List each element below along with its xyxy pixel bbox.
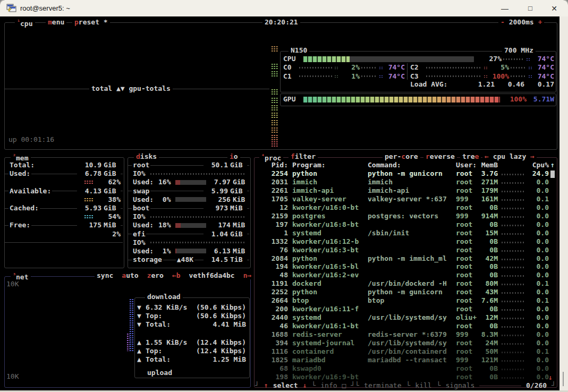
minimize-button[interactable]: — xyxy=(497,2,513,15)
sort-prev-arrow[interactable]: ← xyxy=(485,152,489,160)
iface-prev-button[interactable]: ←b xyxy=(172,272,181,279)
cpu-graph-mode-label[interactable]: total ▲▼ gpu-totals xyxy=(89,85,173,92)
select-label[interactable]: select xyxy=(273,382,298,389)
proc-memb: 3.7G xyxy=(470,170,498,177)
proc-row[interactable]: 68kswapd0root0B0.0 xyxy=(254,365,555,373)
proc-row[interactable]: 1705valkey-servervalkey-server *:6379991… xyxy=(254,195,555,204)
iface-next-button[interactable]: n→ xyxy=(243,272,252,279)
mem-percent-row: 38% xyxy=(5,195,123,204)
tree-toggle[interactable]: tree xyxy=(460,153,481,160)
proc-row[interactable]: 2440systemd/usr/lib/systemd/syoliu+12M0.… xyxy=(254,314,555,322)
proc-memb: 121M xyxy=(470,356,498,364)
title-bar[interactable]: root@server5: ~ — □ ✕ xyxy=(0,0,568,17)
interval-plus-button[interactable]: + xyxy=(538,18,542,26)
disk-io-label: IO% xyxy=(132,239,146,246)
preset-button[interactable]: preset * xyxy=(72,19,110,26)
mem-stats-list: Total:10.9GiBUsed:6.78GiB62%Available:4.… xyxy=(5,161,123,238)
mem-stat-row: Free:175MiB xyxy=(5,221,123,229)
col-pid[interactable]: Pid: xyxy=(259,161,288,169)
proc-row[interactable]: 1systemd/sbin/initroot15M0.0 xyxy=(254,229,555,238)
proc-row[interactable]: 2254pythonpython -m gunicornroot3.7G24.9 xyxy=(254,170,555,178)
net-zero-button[interactable]: zero xyxy=(147,272,164,279)
cpu-box-title[interactable]: ¹cpu xyxy=(15,19,35,28)
sort-next-arrow[interactable]: → xyxy=(530,152,535,160)
proc-row[interactable]: 1825mariadbdmariadbd --transact999121M0.… xyxy=(254,356,555,365)
proc-pid: 1191 xyxy=(259,280,288,287)
scroll-down-icon[interactable]: ↓ xyxy=(548,374,553,381)
upload-stat-label: Total: xyxy=(146,356,171,363)
proc-row[interactable]: 1191dockerd/usr/bin/dockerd -Hroot80M0.1 xyxy=(254,280,555,288)
proc-row[interactable]: 76kworker/u16:3-btroot0B0.0 xyxy=(254,246,555,255)
proc-cpu-graph xyxy=(502,360,525,362)
proc-cpu-graph xyxy=(502,208,525,209)
info-button[interactable]: info xyxy=(320,382,337,389)
mem-stat-label: Available: xyxy=(9,188,52,195)
menu-button[interactable]: menu xyxy=(46,19,66,26)
core-percent: 100% xyxy=(489,73,509,80)
proc-row[interactable]: 1688redis-serverredis-server *:63799998.… xyxy=(254,331,555,339)
proc-box-title[interactable]: ⁴proc xyxy=(259,153,283,162)
core-usage-graph xyxy=(299,75,332,77)
disk-io-row: IO% xyxy=(128,238,249,247)
select-up-arrow[interactable]: ↑ xyxy=(264,382,268,389)
proc-cpu-percent: 24.9 xyxy=(523,170,549,177)
proc-row[interactable]: 12kworker/u16:0-btroot0B0.0 xyxy=(254,204,555,212)
proc-row[interactable]: 2031immichimmichroot271M0.0 xyxy=(254,178,555,187)
upload-stat-label: 1.55 KiB/s xyxy=(146,339,187,346)
core-graph-end xyxy=(334,75,338,78)
net-box-title[interactable]: ³net xyxy=(11,272,31,281)
proc-memb: 42M xyxy=(470,255,498,262)
interval-minus-button[interactable]: - xyxy=(501,18,505,26)
terminate-button[interactable]: terminate xyxy=(364,382,401,389)
close-button[interactable]: ✕ xyxy=(546,2,562,15)
disk-used-value: 7.97 xyxy=(206,178,232,186)
signals-button[interactable]: signals xyxy=(446,382,475,389)
maximize-button[interactable]: □ xyxy=(522,2,538,15)
proc-command: mariadbd --transact xyxy=(368,356,447,364)
proc-row[interactable]: 198kworker/u16:9-btroot0B0.0 xyxy=(254,373,555,382)
disks-io-toggle[interactable]: io xyxy=(227,153,240,160)
per-core-toggle[interactable]: per-core xyxy=(383,153,420,160)
disk-used-row: Used:1%6.13MiB xyxy=(128,247,249,255)
proc-row[interactable]: 48kworker/u16:2-evroot0B0.0 xyxy=(254,271,555,280)
net-auto-button[interactable]: auto xyxy=(122,272,138,279)
kill-button[interactable]: kill xyxy=(415,382,431,389)
proc-cpu-graph xyxy=(502,242,525,243)
col-command[interactable]: Command: xyxy=(368,161,401,169)
proc-row[interactable]: 1332kworker/u16:12-broot0B0.0 xyxy=(254,238,555,246)
proc-cpu-graph xyxy=(502,301,525,302)
disks-box-title[interactable]: disks xyxy=(134,153,159,160)
col-cpu[interactable]: Cpu% xyxy=(523,161,549,169)
proc-row[interactable]: 394systemd-journal/usr/lib/systemd/syroo… xyxy=(254,339,555,348)
proc-pid: 1705 xyxy=(259,195,288,203)
col-program[interactable]: Program: xyxy=(292,161,326,169)
proc-row[interactable]: 194kworker/u16:5-blroot0B0.0 xyxy=(254,263,555,271)
terminal-scrollbar[interactable] xyxy=(559,16,568,392)
proc-cpu-percent: 0.0 xyxy=(523,322,549,330)
proc-row[interactable]: 2159postgrespostgres: vectors999914M0.0 xyxy=(254,212,555,221)
proc-row[interactable]: 2084pythonpython -m immich_mlroot42M0.0 xyxy=(254,255,555,263)
proc-row[interactable]: 46kworker/u16:1-btroot0B0.0 xyxy=(254,322,555,331)
reverse-toggle[interactable]: reverse xyxy=(423,153,457,160)
proc-row[interactable]: 200kworker/u16:11-froot0B0.0 xyxy=(254,305,555,314)
terminal-scrollbar-thumb[interactable] xyxy=(563,372,564,386)
net-sync-button[interactable]: sync xyxy=(97,272,113,279)
proc-pid: 68 xyxy=(259,365,288,372)
mem-stat-value: 10.9 xyxy=(77,161,103,169)
disk-size: 50.1 xyxy=(204,161,229,169)
filter-button[interactable]: filter xyxy=(289,153,318,160)
mem-box-title[interactable]: ²mem xyxy=(11,153,31,162)
proc-row[interactable]: 2261immich-apiimmich-apiroot179M0.0 xyxy=(254,187,555,195)
disk-io-graph xyxy=(150,173,245,175)
proc-row[interactable]: 2664btopbtoproot7.6M0.1 xyxy=(254,297,555,305)
proc-row[interactable]: 1116containerd/usr/bin/containerdroot50M… xyxy=(254,348,555,356)
disk-used-row: Used:18%174MiB xyxy=(128,221,249,229)
col-memb[interactable]: MemB xyxy=(470,161,498,169)
proc-cpu-percent: 0.1 xyxy=(523,348,549,355)
proc-row[interactable]: 2252pythonpython -m gunicornroot43M0.0 xyxy=(254,288,555,297)
proc-row[interactable]: 197kworker/u16:8-btroot0B0.0 xyxy=(254,221,555,229)
disk-size-unit: GiB xyxy=(229,188,247,195)
proc-memb: 43M xyxy=(470,288,498,296)
select-down-arrow[interactable]: ↓ xyxy=(303,382,307,389)
sort-selector[interactable]: ← cpu lazy → xyxy=(482,153,537,160)
